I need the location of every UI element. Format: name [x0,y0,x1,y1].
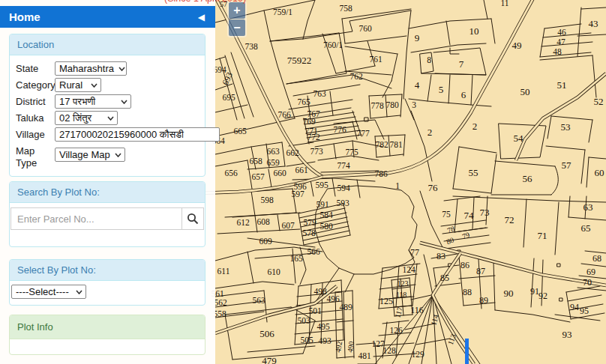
chevron-down-icon [76,290,82,294]
village-value: 271700020215960000 कौसडी [59,129,184,141]
plot-number-select[interactable]: ----Select---- [11,285,86,299]
svg-text:74: 74 [464,210,475,221]
svg-text:52: 52 [594,96,604,107]
svg-text:498: 498 [314,287,327,296]
svg-text:88: 88 [463,287,472,297]
svg-text:781: 781 [389,140,403,149]
svg-text:6: 6 [461,89,466,100]
svg-text:493: 493 [318,336,332,345]
svg-text:123: 123 [398,279,409,288]
svg-text:495: 495 [316,322,330,331]
svg-text:758: 758 [339,4,352,13]
village-select[interactable]: 271700020215960000 कौसडी [55,127,220,142]
select-by-plot-body: ----Select---- [10,281,205,305]
svg-text:68: 68 [592,253,602,264]
svg-text:595: 595 [315,181,328,189]
svg-text:55: 55 [469,167,478,178]
svg-text:48: 48 [553,47,562,56]
zoom-in-button[interactable]: + [229,2,245,19]
svg-text:73: 73 [480,207,490,218]
svg-text:665: 665 [233,127,247,136]
svg-text:762: 762 [350,72,363,81]
chevron-down-icon [115,153,122,157]
svg-text:765: 765 [297,97,310,106]
taluka-select[interactable]: 02 जिंतुर [55,111,118,125]
svg-text:3: 3 [412,100,416,109]
taluka-label: Taluka [16,111,55,124]
svg-text:63: 63 [584,201,593,213]
svg-text:776: 776 [333,125,346,134]
svg-text:609: 609 [259,237,272,246]
svg-text:77: 77 [410,247,419,258]
location-form: State Maharashtra Category Rural Distric… [10,55,205,176]
svg-text:738: 738 [244,42,258,51]
svg-text:1: 1 [395,181,400,190]
category-value: Rural [59,79,82,91]
search-button[interactable] [182,207,204,230]
svg-text:86: 86 [460,260,470,270]
search-by-plot-title: Search By Plot No: [10,182,205,203]
svg-text:90: 90 [504,288,514,299]
chevron-down-icon [107,116,114,121]
svg-text:92: 92 [538,291,548,301]
svg-text:54: 54 [514,133,524,144]
svg-text:125: 125 [380,296,393,306]
svg-text:611: 611 [218,267,230,276]
svg-text:782: 782 [375,140,388,149]
home-header-bar: Home ◀ [0,6,215,28]
svg-text:10: 10 [470,25,479,37]
svg-text:124: 124 [402,265,416,274]
select-by-plot-title: Select By Plot No: [10,260,205,281]
svg-text:7: 7 [459,58,464,70]
svg-text:659: 659 [266,158,280,167]
map-type-row: Map Type Village Map [16,144,199,169]
svg-text:479: 479 [262,355,277,364]
svg-text:46: 46 [557,28,566,37]
svg-text:657: 657 [251,172,265,181]
svg-text:607: 607 [281,221,295,230]
svg-text:760: 760 [358,24,372,33]
svg-text:661: 661 [295,166,308,175]
svg-text:94: 94 [570,302,579,312]
highlighted-feature [465,339,469,364]
map-watermark: (Since 1 April 2019) [164,0,246,4]
parcel-number-input[interactable] [10,207,182,230]
svg-text:11: 11 [500,0,508,7]
chevron-down-icon [91,83,98,88]
map-zoom-control: + − [227,1,247,37]
svg-text:610: 610 [267,267,280,276]
svg-text:72: 72 [505,214,514,225]
svg-text:584: 584 [320,210,333,219]
svg-text:118: 118 [396,291,407,299]
app-window: { "header": { "title": "Home", "collapse… [0,0,606,364]
map-type-select[interactable]: Village Map [55,148,125,162]
district-value: 17 परभणी [59,96,95,108]
svg-text:775: 775 [345,148,358,157]
svg-text:593: 593 [336,198,350,207]
collapse-sidebar-icon[interactable]: ◀ [198,12,205,22]
svg-text:608: 608 [256,217,270,226]
svg-text:85: 85 [440,273,449,283]
map-type-label: Map Type [16,144,55,169]
svg-text:760/1: 760/1 [323,40,343,49]
svg-text:774: 774 [337,161,350,170]
district-label: District [16,94,55,108]
zoom-out-button[interactable]: − [229,19,245,36]
svg-text:598: 598 [260,195,274,204]
category-select[interactable]: Rural [55,78,101,92]
svg-text:95: 95 [580,306,589,316]
svg-text:65: 65 [581,222,591,234]
category-row: Category Rural [16,78,199,92]
svg-text:2: 2 [428,127,433,138]
district-select[interactable]: 17 परभणी [55,94,131,109]
svg-text:786: 786 [374,169,388,178]
svg-text:60: 60 [595,167,604,178]
state-select[interactable]: Maharashtra [55,61,127,76]
svg-text:75922: 75922 [287,55,312,66]
svg-text:165: 165 [290,254,303,263]
svg-text:51: 51 [557,79,567,91]
svg-text:578: 578 [302,228,316,237]
svg-text:562: 562 [214,298,227,307]
svg-text:597: 597 [291,189,304,198]
svg-text:780: 780 [386,100,399,109]
